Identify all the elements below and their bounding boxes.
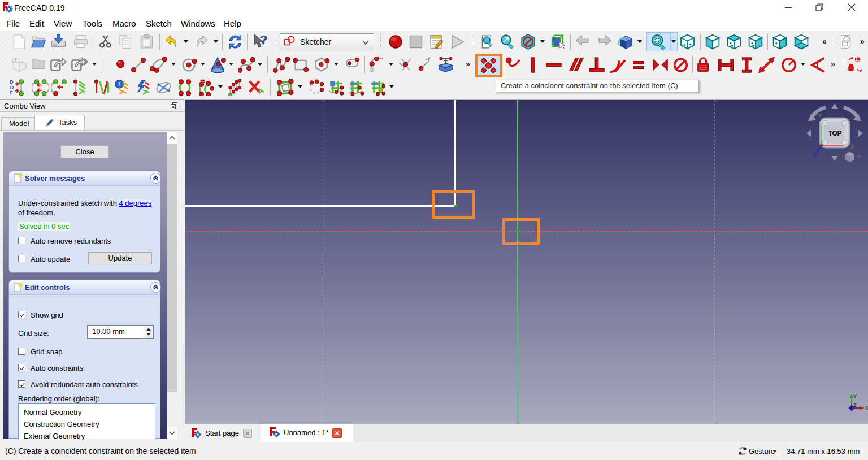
svg-text:X: X <box>865 405 868 411</box>
svg-text:!: ! <box>118 80 120 88</box>
svg-text:Y: Y <box>853 393 857 399</box>
svg-text:Y: Y <box>818 112 822 118</box>
svg-text:Z: Z <box>853 402 857 408</box>
svg-text:X: X <box>850 144 854 150</box>
svg-text:TOP: TOP <box>828 129 841 137</box>
svg-text:Z: Z <box>813 153 817 159</box>
svg-text:F: F <box>10 90 13 96</box>
